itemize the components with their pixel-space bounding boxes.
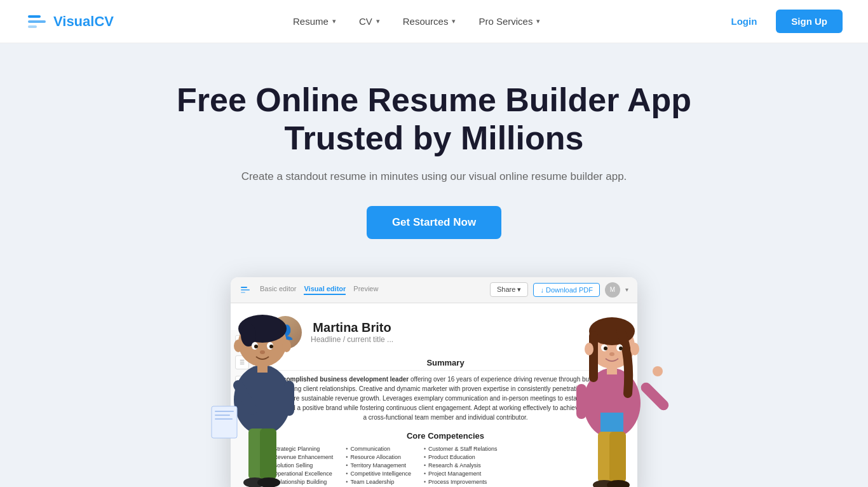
competency-item: •Customer & Staff Relations	[424, 446, 498, 452]
login-button[interactable]: Login	[719, 11, 768, 32]
svg-rect-41	[639, 380, 669, 412]
svg-point-39	[609, 352, 614, 356]
competency-item: •Project Management	[424, 470, 498, 477]
svg-rect-0	[28, 15, 41, 18]
resume-current-title: Headline / current title ...	[311, 335, 393, 344]
logo[interactable]: VisualCV	[25, 10, 114, 33]
svg-rect-20	[215, 418, 233, 420]
nav-resources[interactable]: Resources ▾	[394, 11, 465, 32]
navbar: VisualCV Resume ▾ CV ▾ Resources ▾ Pro S…	[0, 0, 868, 43]
hero-section: Free Online Resume Builder App Trusted b…	[0, 43, 868, 487]
svg-point-33	[585, 343, 593, 355]
chevron-down-icon: ▾	[536, 17, 540, 25]
competency-col-2: •Communication •Resource Allocation •Ter…	[346, 446, 411, 485]
chevron-down-icon: ▾	[452, 17, 456, 25]
resume-name: Martina Brito	[311, 320, 393, 335]
tab-preview[interactable]: Preview	[353, 285, 378, 295]
nav-pro-services[interactable]: Pro Services ▾	[470, 11, 549, 32]
svg-rect-16	[284, 381, 294, 416]
svg-point-38	[619, 346, 623, 350]
nav-cv[interactable]: CV ▾	[350, 11, 389, 32]
hero-subtitle: Create a standout resume in minutes usin…	[13, 170, 855, 183]
competency-item: •Communication	[346, 446, 411, 452]
svg-point-37	[604, 346, 607, 350]
navbar-actions: Login Sign Up	[719, 10, 843, 33]
competency-item: •Competitive Intelligence	[346, 470, 411, 477]
share-button[interactable]: Share ▾	[490, 282, 528, 297]
svg-point-24	[257, 477, 280, 487]
svg-rect-19	[215, 415, 230, 416]
hero-title: Free Online Resume Builder App Trusted b…	[148, 81, 720, 158]
svg-point-11	[254, 345, 258, 348]
character-right	[555, 279, 669, 487]
svg-rect-32	[589, 331, 598, 382]
svg-point-7	[234, 340, 243, 352]
competency-item: •Product Education	[424, 454, 498, 460]
chevron-down-icon: ▾	[376, 17, 380, 25]
svg-rect-29	[600, 413, 623, 432]
nav-menu: Resume ▾ CV ▾ Resources ▾ Pro Services ▾	[284, 11, 549, 32]
svg-rect-2	[28, 25, 37, 28]
chevron-down-icon: ▾	[332, 17, 336, 25]
svg-point-43	[653, 366, 663, 376]
competency-item: •Process Improvements	[424, 479, 498, 485]
svg-point-34	[630, 343, 639, 355]
svg-rect-40	[607, 366, 617, 374]
competency-col-3: •Customer & Staff Relations •Product Edu…	[424, 446, 498, 485]
svg-point-12	[269, 345, 273, 348]
browser-mockup-wrapper: Basic editor Visual editor Preview Share…	[13, 277, 855, 487]
svg-rect-18	[215, 411, 234, 412]
resume-name-block: Martina Brito Headline / current title .…	[311, 320, 393, 344]
svg-rect-45	[609, 432, 626, 483]
svg-rect-42	[576, 384, 587, 419]
svg-rect-22	[260, 429, 276, 479]
competency-item: •Team Leadership	[346, 479, 411, 485]
competency-item: •Research & Analysis	[424, 462, 498, 469]
logo-text: VisualCV	[53, 13, 114, 30]
character-left	[205, 279, 320, 487]
svg-point-13	[260, 350, 265, 354]
signup-button[interactable]: Sign Up	[776, 10, 843, 33]
get-started-button[interactable]: Get Started Now	[367, 206, 501, 239]
svg-point-8	[282, 340, 291, 352]
nav-resume[interactable]: Resume ▾	[284, 11, 345, 32]
competency-item: •Resource Allocation	[346, 454, 411, 460]
svg-rect-14	[257, 364, 268, 373]
svg-rect-1	[28, 20, 46, 23]
logo-icon	[25, 10, 48, 33]
competency-item: •Territory Management	[346, 462, 411, 469]
